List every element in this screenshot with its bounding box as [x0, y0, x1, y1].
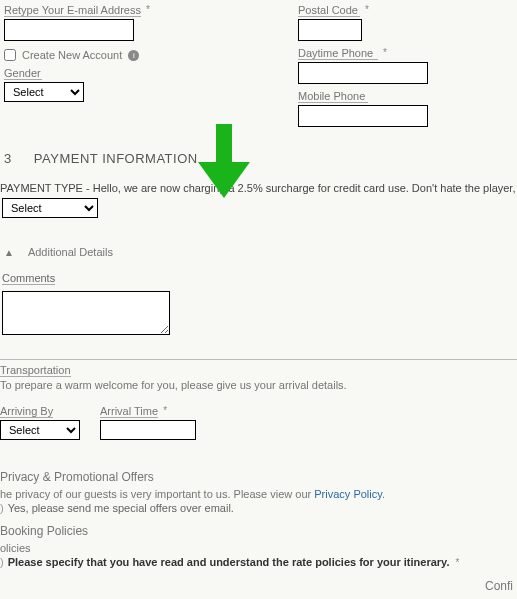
comments-textarea[interactable]	[2, 291, 170, 335]
privacy-policy-link[interactable]: Privacy Policy	[314, 488, 382, 500]
required-asterisk: *	[455, 557, 459, 568]
policy-text: Please specify that you have read and un…	[8, 556, 450, 568]
create-account-label: Create New Account	[22, 49, 122, 61]
arrival-time-input[interactable]	[100, 420, 196, 440]
policy-radio-marker: )	[0, 556, 4, 568]
comments-label: Comments	[2, 272, 55, 285]
required-asterisk: *	[163, 405, 167, 416]
required-asterisk: *	[365, 4, 369, 15]
daytime-phone-input[interactable]	[298, 62, 428, 84]
info-icon[interactable]: i	[128, 50, 139, 61]
confirm-button-partial[interactable]: Confi	[485, 579, 513, 593]
section-title: PAYMENT INFORMATION	[34, 151, 198, 166]
retype-email-input[interactable]	[4, 19, 134, 41]
payment-type-select[interactable]: Select	[2, 198, 98, 218]
additional-details-label: Additional Details	[28, 246, 113, 258]
booking-title: Booking Policies	[0, 524, 517, 538]
daytime-phone-label: Daytime Phone	[298, 47, 378, 60]
required-asterisk: *	[146, 4, 150, 15]
payment-section-header: 3 PAYMENT INFORMATION	[0, 133, 517, 174]
gender-select[interactable]: Select	[4, 82, 84, 102]
offers-radio-marker: )	[0, 502, 4, 514]
arriving-by-label: Arriving By	[0, 405, 53, 418]
transportation-label: Transportation	[0, 364, 71, 377]
postal-code-label: Postal Code	[298, 4, 360, 17]
arriving-by-select[interactable]: Select	[0, 420, 80, 440]
section-number: 3	[4, 151, 12, 166]
booking-subhead: olicies	[0, 542, 517, 554]
mobile-phone-input[interactable]	[298, 105, 428, 127]
arrival-time-label: Arrival Time	[100, 405, 158, 418]
mobile-phone-label: Mobile Phone	[298, 90, 368, 103]
privacy-title: Privacy & Promotional Offers	[0, 470, 517, 484]
required-asterisk: *	[383, 47, 387, 58]
privacy-text: he privacy of our guests is very importa…	[0, 488, 314, 500]
divider	[0, 359, 517, 360]
create-account-checkbox[interactable]	[4, 49, 16, 61]
offers-label: Yes, please send me special offers over …	[8, 502, 234, 514]
additional-details-toggle[interactable]: ▲ Additional Details	[0, 218, 517, 266]
postal-code-input[interactable]	[298, 19, 362, 41]
caret-up-icon: ▲	[4, 247, 14, 258]
retype-email-label: Retype Your E-mail Address	[4, 4, 141, 17]
gender-label: Gender	[4, 67, 42, 80]
transportation-message: To prepare a warm welcome for you, pleas…	[0, 379, 517, 391]
payment-type-text: PAYMENT TYPE - Hello, we are now chargin…	[0, 174, 517, 198]
